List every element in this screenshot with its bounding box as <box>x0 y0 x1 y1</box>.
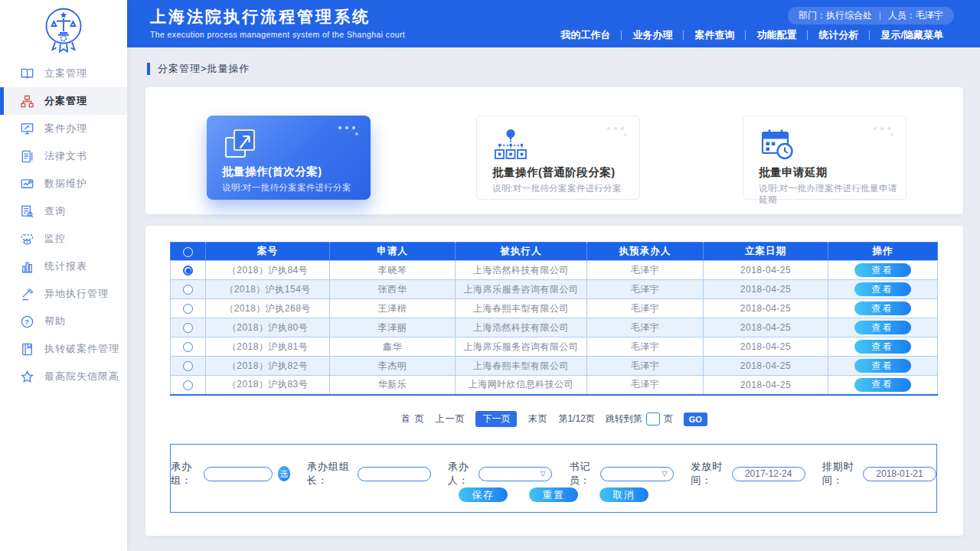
sidebar-item-case-handling[interactable]: 案件办理 <box>0 115 127 142</box>
row-radio[interactable] <box>183 266 193 276</box>
page-jump-suffix: 页 <box>664 412 673 425</box>
breadcrumb-text: 分案管理>批量操作 <box>158 62 250 76</box>
sidebar-item-statistics-report[interactable]: 统计报表 <box>0 253 127 280</box>
clerk-label: 书记员： <box>569 460 600 487</box>
save-button[interactable]: 保存 <box>459 487 508 502</box>
table-row[interactable]: （2018）沪执81号 鑫华 上海席乐服务咨询有限公司 毛泽宇 2018-04-… <box>171 337 938 357</box>
col-executee: 被执行人 <box>456 243 587 261</box>
card-description: 说明:对一批办理案件进行批量申请延期 <box>759 183 906 206</box>
table-row[interactable]: （2018）沪执83号 华新乐 上海网叶欣信息科技公司 毛泽宇 2018-04-… <box>171 376 938 395</box>
sidebar-item-label: 数据维护 <box>44 177 87 191</box>
badge-divider <box>880 11 880 20</box>
undertaker-label: 承办人： <box>448 460 479 487</box>
nav-toggle-menu[interactable]: 显示/隐藏菜单 <box>870 28 954 42</box>
cell-case-no: （2018）沪执80号 <box>206 318 330 337</box>
schedule-time-input[interactable] <box>863 467 936 481</box>
sidebar-item-remote-execution[interactable]: 异地执行管理 <box>0 280 127 308</box>
col-action: 操作 <box>828 243 938 261</box>
page-go-button[interactable]: GO <box>684 412 707 426</box>
view-button[interactable]: 查看 <box>854 282 911 296</box>
cell-filing-date: 2018-04-25 <box>704 318 828 337</box>
cell-undertaker: 毛泽宇 <box>587 280 704 299</box>
page-next-button[interactable]: 下一页 <box>475 411 517 427</box>
cell-applicant: 张西华 <box>330 280 456 299</box>
select-all-radio[interactable] <box>183 247 193 257</box>
case-table-panel: 案号 申请人 被执行人 执预承办人 立案日期 操作 （2018）沪执84号 李晓… <box>145 226 963 536</box>
card-batch-first-assign[interactable]: 批量操作(首次分案) 说明:对一批待分案案件进行分案 <box>207 116 371 200</box>
table-row[interactable]: （2018）沪执82号 李杰明 上海春熙丰型有限公司 毛泽宇 2018-04-2… <box>171 357 938 376</box>
cell-executee: 上海浩然科技有限公司 <box>456 318 587 337</box>
cell-applicant: 李泽丽 <box>330 318 456 337</box>
page-first-link[interactable]: 首 页 <box>401 412 424 425</box>
page-jump-input[interactable] <box>646 412 660 425</box>
row-radio[interactable] <box>183 361 193 371</box>
cell-case-no: （2018）沪执154号 <box>206 280 330 299</box>
page-prev-link[interactable]: 上一页 <box>435 412 465 425</box>
table-row[interactable]: （2018）沪执154号 张西华 上海席乐服务咨询有限公司 毛泽宇 2018-0… <box>171 280 938 299</box>
sidebar-item-supreme-dishonest[interactable]: 最高院失信限高 <box>0 363 127 390</box>
card-batch-stage-assign[interactable]: 批量操作(普通阶段分案) 说明:对一批待分案案件进行分案 <box>476 116 640 200</box>
bookmark-book-icon <box>20 342 34 357</box>
sidebar-item-label: 监控 <box>44 232 66 246</box>
table-row[interactable]: （2018）沪执268号 王泽楷 上海春熙丰型有限公司 毛泽宇 2018-04-… <box>171 299 938 318</box>
undertaker-select[interactable] <box>479 467 552 481</box>
sidebar-item-filing[interactable]: 立案管理 <box>0 60 127 87</box>
group-leader-input[interactable] <box>358 467 431 481</box>
app-subtitle: The execution process management system … <box>150 30 405 39</box>
book-icon <box>20 67 34 81</box>
col-filing-date: 立案日期 <box>704 243 828 261</box>
row-radio[interactable] <box>183 304 193 314</box>
table-row[interactable]: （2018）沪执84号 李晓琴 上海浩然科技有限公司 毛泽宇 2018-04-2… <box>171 261 938 280</box>
reset-button[interactable]: 重置 <box>529 487 578 502</box>
nav-my-workbench[interactable]: 我的工作台 <box>550 28 621 42</box>
star-icon <box>20 370 34 384</box>
card-batch-delay-request[interactable]: 批量申请延期 说明:对一批办理案件进行批量申请延期 <box>743 116 906 200</box>
card-more-dots[interactable] <box>607 127 629 138</box>
view-button[interactable]: 查看 <box>854 359 911 373</box>
nav-statistics-analysis[interactable]: 统计分析 <box>808 28 869 42</box>
nav-business-handling[interactable]: 业务办理 <box>622 28 683 42</box>
cell-undertaker: 毛泽宇 <box>587 337 704 357</box>
group-pick-button[interactable]: 选 <box>278 466 289 481</box>
bar-chart-icon <box>20 259 34 274</box>
cell-undertaker: 毛泽宇 <box>587 376 704 395</box>
brand-block: 上海法院执行流程管理系统 The execution process manag… <box>150 6 405 39</box>
batch-stage-assign-icon <box>492 127 529 162</box>
row-radio[interactable] <box>183 342 193 352</box>
sidebar-menu: 立案管理 分案管理 案件办理 法律文书 数据维护 <box>0 60 127 390</box>
sidebar-item-data-maintenance[interactable]: 数据维护 <box>0 170 127 197</box>
col-case-no: 案号 <box>206 243 330 261</box>
page-last-link[interactable]: 末页 <box>528 412 547 425</box>
issue-time-input[interactable] <box>732 467 805 481</box>
document-icon <box>20 149 34 164</box>
view-button[interactable]: 查看 <box>854 340 911 354</box>
table-row[interactable]: （2018）沪执80号 李泽丽 上海浩然科技有限公司 毛泽宇 2018-04-2… <box>171 318 938 337</box>
row-radio[interactable] <box>183 285 193 295</box>
view-button[interactable]: 查看 <box>854 302 911 315</box>
card-more-dots[interactable] <box>874 127 895 138</box>
view-button[interactable]: 查看 <box>854 263 911 277</box>
cell-applicant: 鑫华 <box>330 337 456 357</box>
field-schedule-time: 排期时间： <box>822 460 936 487</box>
sidebar-item-legal-docs[interactable]: 法律文书 <box>0 142 127 170</box>
field-undertaking-group: 承办组： 选 <box>171 460 290 487</box>
nav-case-query[interactable]: 案件查询 <box>684 28 745 42</box>
sidebar-item-query[interactable]: 查询 <box>0 197 127 225</box>
sidebar-item-label: 案件办理 <box>44 122 87 135</box>
sidebar-item-bankruptcy-transfer[interactable]: 执转破案件管理 <box>0 335 127 363</box>
card-more-dots[interactable] <box>338 126 360 137</box>
sidebar-item-monitoring[interactable]: 监控 <box>0 225 127 253</box>
row-radio[interactable] <box>183 380 193 390</box>
card-description: 说明:对一批待分案案件进行分案 <box>222 182 351 194</box>
nav-function-config[interactable]: 功能配置 <box>746 28 807 42</box>
sidebar-item-help[interactable]: ? 帮助 <box>0 308 127 335</box>
view-button[interactable]: 查看 <box>854 321 911 334</box>
cancel-button[interactable]: 取消 <box>599 487 648 502</box>
view-button[interactable]: 查看 <box>854 378 911 392</box>
row-radio[interactable] <box>183 323 193 333</box>
top-navigation: 我的工作台 业务办理 案件查询 功能配置 统计分析 显示/隐藏菜单 <box>550 28 954 42</box>
clerk-select[interactable] <box>600 467 674 481</box>
sidebar-item-assignment[interactable]: 分案管理 <box>0 87 127 115</box>
undertaking-group-input[interactable] <box>204 467 273 481</box>
card-title: 批量申请延期 <box>759 165 828 180</box>
